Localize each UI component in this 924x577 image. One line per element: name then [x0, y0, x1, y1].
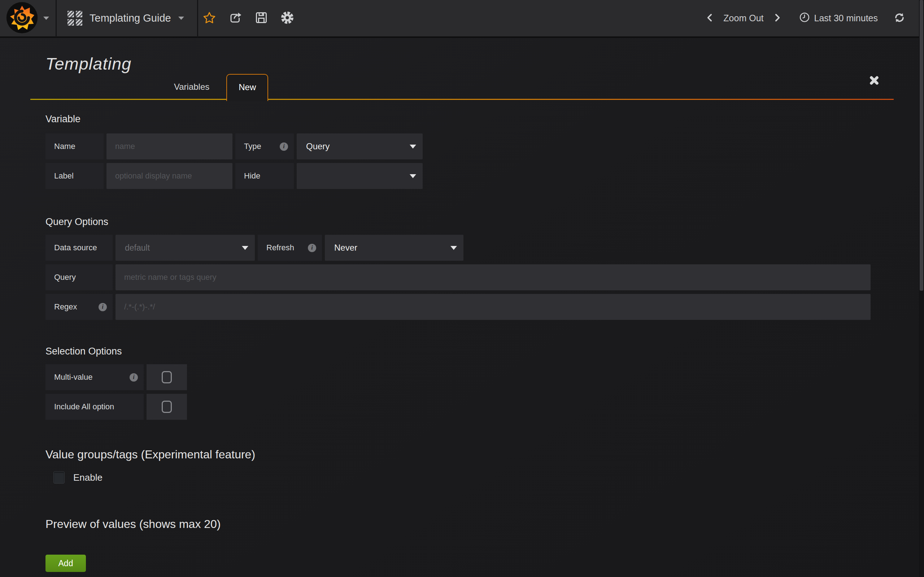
grafana-logo-icon: [6, 2, 38, 35]
editor-tabs: Variables New: [174, 74, 268, 100]
chevron-left-icon: [705, 12, 715, 24]
info-icon[interactable]: i: [129, 373, 138, 382]
refresh-icon: [894, 12, 905, 24]
datasource-select[interactable]: default: [115, 235, 255, 261]
enable-row: Enable: [53, 471, 894, 484]
gear-icon: [281, 11, 294, 25]
dashboard-title: Templating Guide: [89, 12, 171, 24]
section-query-options: Query Options Data source default Refres…: [45, 216, 894, 320]
enable-checkbox[interactable]: [53, 471, 65, 484]
section-value-groups: Value groups/tags (Experimental feature)…: [45, 448, 894, 484]
name-label: Name: [45, 134, 103, 160]
main-menu-caret-icon: [43, 16, 49, 20]
type-label: Type i: [235, 134, 294, 160]
grafana-app: Templating Guide: [0, 0, 924, 572]
hide-label: Hide: [235, 163, 294, 189]
templating-editor: Templating Variables New Variable Name T…: [0, 38, 924, 572]
multi-value-row: Multi-value i: [45, 364, 894, 390]
regex-label: Regex i: [45, 294, 113, 320]
section-selection-options: Selection Options Multi-value i Include …: [45, 346, 894, 420]
variable-label-row: Label Hide: [45, 163, 894, 189]
main-menu-button[interactable]: [0, 0, 56, 36]
caret-down-icon: [410, 145, 416, 148]
add-button[interactable]: Add: [45, 554, 86, 572]
header-accent-underline: [30, 99, 894, 100]
time-range-picker-button[interactable]: Last 30 minutes: [799, 12, 878, 25]
chevron-right-icon: [772, 12, 782, 24]
query-input[interactable]: [115, 264, 871, 290]
scrollbar-track[interactable]: [919, 0, 924, 577]
close-icon: [868, 74, 881, 87]
caret-down-icon: [451, 246, 457, 250]
time-shift-back-button[interactable]: [700, 12, 720, 24]
dashboard-grid-icon: [68, 11, 82, 26]
page-title: Templating: [45, 54, 131, 74]
save-icon: [255, 11, 268, 25]
share-button[interactable]: [224, 0, 247, 36]
refresh-label: Refresh i: [258, 235, 322, 261]
star-button[interactable]: [198, 0, 221, 36]
scrollbar-thumb[interactable]: [920, 0, 923, 291]
editor-header: Templating Variables New: [30, 39, 894, 100]
section-heading: Query Options: [45, 216, 894, 227]
datasource-row: Data source default Refresh i Never: [45, 235, 894, 261]
datasource-label: Data source: [45, 235, 113, 261]
multi-value-label: Multi-value i: [45, 364, 144, 390]
dashboard-title-dropdown[interactable]: Templating Guide: [57, 0, 197, 36]
info-icon[interactable]: i: [99, 303, 107, 311]
close-editor-button[interactable]: [868, 74, 881, 87]
settings-button[interactable]: [276, 0, 299, 36]
include-all-row: Include All option: [45, 394, 894, 420]
caret-down-icon: [242, 246, 248, 250]
share-icon: [229, 11, 242, 25]
tab-new[interactable]: New: [226, 74, 268, 101]
include-all-label: Include All option: [45, 394, 144, 420]
refresh-select[interactable]: Never: [325, 235, 464, 261]
hide-select[interactable]: [297, 163, 423, 189]
navbar: Templating Guide: [0, 0, 924, 38]
type-select[interactable]: Query: [297, 134, 423, 160]
checkbox-icon: [162, 371, 172, 384]
dashboard-caret-icon: [178, 16, 184, 20]
name-input[interactable]: [107, 134, 233, 160]
tab-variables[interactable]: Variables: [174, 74, 209, 100]
query-label: Query: [45, 264, 113, 290]
clock-icon: [799, 12, 810, 25]
query-row: Query: [45, 264, 894, 290]
section-variable: Variable Name Type i Query Label: [45, 114, 894, 189]
save-button[interactable]: [250, 0, 273, 36]
include-all-checkbox[interactable]: [147, 394, 187, 420]
refresh-button[interactable]: [894, 12, 905, 24]
regex-input[interactable]: [115, 294, 871, 320]
variable-name-row: Name Type i Query: [45, 134, 894, 160]
navbar-time-controls: Zoom Out Last 30 minutes: [700, 12, 905, 25]
info-icon[interactable]: i: [308, 244, 316, 252]
star-icon: [203, 11, 216, 25]
zoom-out-button[interactable]: Zoom Out: [720, 13, 767, 23]
section-heading: Preview of values (shows max 20): [45, 517, 894, 531]
label-label: Label: [45, 163, 103, 189]
caret-down-icon: [410, 174, 416, 178]
regex-row: Regex i: [45, 294, 894, 320]
time-range-label: Last 30 minutes: [814, 13, 878, 23]
info-icon[interactable]: i: [280, 142, 288, 151]
time-shift-forward-button[interactable]: [767, 12, 787, 24]
checkbox-icon: [162, 401, 172, 413]
navbar-actions: [198, 0, 299, 36]
section-heading: Selection Options: [45, 346, 894, 357]
section-preview: Preview of values (shows max 20) Add: [45, 517, 894, 572]
section-heading: Value groups/tags (Experimental feature): [45, 448, 894, 461]
section-heading: Variable: [45, 114, 894, 125]
label-input[interactable]: [107, 163, 233, 189]
multi-value-checkbox[interactable]: [147, 364, 187, 390]
enable-label: Enable: [73, 472, 102, 483]
